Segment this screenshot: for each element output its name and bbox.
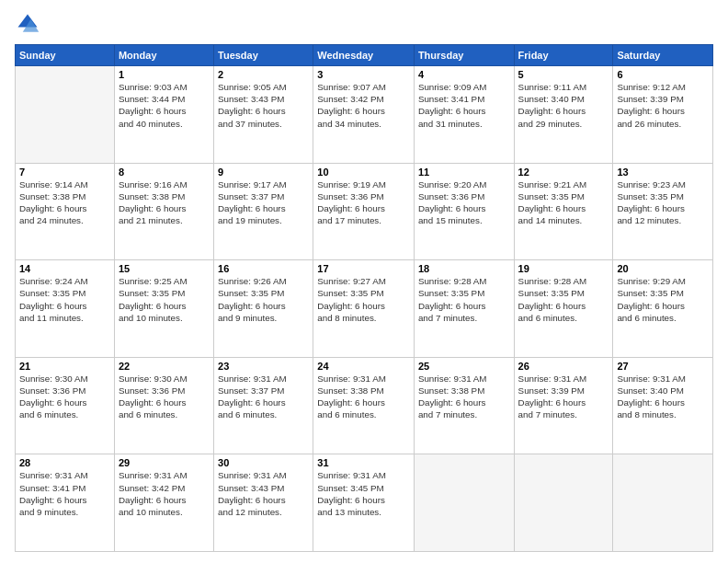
day-number: 17 <box>317 263 410 274</box>
calendar-day-cell: 25Sunrise: 9:31 AM Sunset: 3:38 PM Dayli… <box>414 357 514 454</box>
day-number: 26 <box>518 361 609 372</box>
calendar-day-cell: 27Sunrise: 9:31 AM Sunset: 3:40 PM Dayli… <box>613 357 713 454</box>
calendar-day-cell: 8Sunrise: 9:16 AM Sunset: 3:38 PM Daylig… <box>114 163 213 260</box>
calendar-day-cell: 1Sunrise: 9:03 AM Sunset: 3:44 PM Daylig… <box>114 66 213 164</box>
calendar-day-cell: 5Sunrise: 9:11 AM Sunset: 3:40 PM Daylig… <box>514 66 613 164</box>
calendar-header-row: SundayMondayTuesdayWednesdayThursdayFrid… <box>16 45 713 66</box>
day-number: 15 <box>119 263 210 274</box>
calendar-week-row: 21Sunrise: 9:30 AM Sunset: 3:36 PM Dayli… <box>16 357 713 454</box>
calendar-day-cell <box>613 454 713 552</box>
calendar-table: SundayMondayTuesdayWednesdayThursdayFrid… <box>15 44 713 552</box>
day-info: Sunrise: 9:30 AM Sunset: 3:36 PM Dayligh… <box>19 373 110 421</box>
day-number: 22 <box>119 361 210 372</box>
calendar-day-cell <box>414 454 514 552</box>
calendar-day-cell: 13Sunrise: 9:23 AM Sunset: 3:35 PM Dayli… <box>613 163 713 260</box>
calendar-week-row: 7Sunrise: 9:14 AM Sunset: 3:38 PM Daylig… <box>16 163 713 260</box>
day-info: Sunrise: 9:26 AM Sunset: 3:35 PM Dayligh… <box>218 275 309 324</box>
calendar-day-cell: 12Sunrise: 9:21 AM Sunset: 3:35 PM Dayli… <box>514 163 613 260</box>
day-info: Sunrise: 9:25 AM Sunset: 3:35 PM Dayligh… <box>119 275 210 324</box>
calendar-day-cell: 26Sunrise: 9:31 AM Sunset: 3:39 PM Dayli… <box>514 357 613 454</box>
logo <box>15 11 44 37</box>
calendar-week-row: 28Sunrise: 9:31 AM Sunset: 3:41 PM Dayli… <box>16 454 713 552</box>
day-info: Sunrise: 9:31 AM Sunset: 3:40 PM Dayligh… <box>617 373 709 421</box>
day-info: Sunrise: 9:11 AM Sunset: 3:40 PM Dayligh… <box>518 81 609 130</box>
weekday-header: Thursday <box>414 45 514 66</box>
day-number: 7 <box>19 167 110 178</box>
calendar-week-row: 14Sunrise: 9:24 AM Sunset: 3:35 PM Dayli… <box>16 260 713 358</box>
weekday-header: Monday <box>114 45 213 66</box>
day-info: Sunrise: 9:31 AM Sunset: 3:41 PM Dayligh… <box>19 469 110 518</box>
day-number: 25 <box>418 361 510 372</box>
day-info: Sunrise: 9:12 AM Sunset: 3:39 PM Dayligh… <box>617 81 709 130</box>
weekday-header: Friday <box>514 45 613 66</box>
calendar-day-cell: 23Sunrise: 9:31 AM Sunset: 3:37 PM Dayli… <box>214 357 313 454</box>
day-number: 9 <box>218 167 309 178</box>
day-info: Sunrise: 9:30 AM Sunset: 3:36 PM Dayligh… <box>119 373 210 421</box>
day-number: 24 <box>317 361 410 372</box>
day-info: Sunrise: 9:19 AM Sunset: 3:36 PM Dayligh… <box>317 178 410 227</box>
calendar-day-cell: 6Sunrise: 9:12 AM Sunset: 3:39 PM Daylig… <box>613 66 713 164</box>
calendar-day-cell: 29Sunrise: 9:31 AM Sunset: 3:42 PM Dayli… <box>114 454 213 552</box>
weekday-header: Saturday <box>613 45 713 66</box>
day-info: Sunrise: 9:31 AM Sunset: 3:38 PM Dayligh… <box>317 373 410 421</box>
day-info: Sunrise: 9:28 AM Sunset: 3:35 PM Dayligh… <box>518 275 609 324</box>
day-number: 10 <box>317 167 410 178</box>
day-number: 27 <box>617 361 709 372</box>
day-number: 19 <box>518 263 609 274</box>
day-number: 1 <box>119 69 210 80</box>
day-info: Sunrise: 9:05 AM Sunset: 3:43 PM Dayligh… <box>218 81 309 130</box>
day-number: 2 <box>218 69 309 80</box>
day-number: 5 <box>518 69 609 80</box>
weekday-header: Sunday <box>16 45 115 66</box>
day-number: 11 <box>418 167 510 178</box>
day-number: 21 <box>19 361 110 372</box>
calendar-day-cell: 24Sunrise: 9:31 AM Sunset: 3:38 PM Dayli… <box>313 357 415 454</box>
calendar-day-cell: 18Sunrise: 9:28 AM Sunset: 3:35 PM Dayli… <box>414 260 514 358</box>
header <box>15 11 713 37</box>
calendar-day-cell: 31Sunrise: 9:31 AM Sunset: 3:45 PM Dayli… <box>313 454 415 552</box>
calendar-day-cell <box>16 66 115 164</box>
weekday-header: Tuesday <box>214 45 313 66</box>
day-number: 30 <box>218 457 309 468</box>
day-number: 6 <box>617 69 709 80</box>
calendar-day-cell: 16Sunrise: 9:26 AM Sunset: 3:35 PM Dayli… <box>214 260 313 358</box>
day-info: Sunrise: 9:23 AM Sunset: 3:35 PM Dayligh… <box>617 178 709 227</box>
day-number: 14 <box>19 263 110 274</box>
day-number: 4 <box>418 69 510 80</box>
logo-icon <box>15 11 40 37</box>
calendar-day-cell: 7Sunrise: 9:14 AM Sunset: 3:38 PM Daylig… <box>16 163 115 260</box>
calendar-day-cell <box>514 454 613 552</box>
calendar-day-cell: 11Sunrise: 9:20 AM Sunset: 3:36 PM Dayli… <box>414 163 514 260</box>
calendar-day-cell: 14Sunrise: 9:24 AM Sunset: 3:35 PM Dayli… <box>16 260 115 358</box>
day-info: Sunrise: 9:24 AM Sunset: 3:35 PM Dayligh… <box>19 275 110 324</box>
day-number: 13 <box>617 167 709 178</box>
day-info: Sunrise: 9:31 AM Sunset: 3:38 PM Dayligh… <box>418 373 510 421</box>
day-info: Sunrise: 9:17 AM Sunset: 3:37 PM Dayligh… <box>218 178 309 227</box>
calendar-day-cell: 22Sunrise: 9:30 AM Sunset: 3:36 PM Dayli… <box>114 357 213 454</box>
calendar-day-cell: 4Sunrise: 9:09 AM Sunset: 3:41 PM Daylig… <box>414 66 514 164</box>
day-info: Sunrise: 9:03 AM Sunset: 3:44 PM Dayligh… <box>119 81 210 130</box>
day-number: 8 <box>119 167 210 178</box>
calendar-day-cell: 15Sunrise: 9:25 AM Sunset: 3:35 PM Dayli… <box>114 260 213 358</box>
day-info: Sunrise: 9:31 AM Sunset: 3:45 PM Dayligh… <box>317 469 410 518</box>
day-number: 3 <box>317 69 410 80</box>
calendar-day-cell: 2Sunrise: 9:05 AM Sunset: 3:43 PM Daylig… <box>214 66 313 164</box>
day-number: 31 <box>317 457 410 468</box>
weekday-header: Wednesday <box>313 45 415 66</box>
day-info: Sunrise: 9:14 AM Sunset: 3:38 PM Dayligh… <box>19 178 110 227</box>
day-info: Sunrise: 9:20 AM Sunset: 3:36 PM Dayligh… <box>418 178 510 227</box>
day-info: Sunrise: 9:29 AM Sunset: 3:35 PM Dayligh… <box>617 275 709 324</box>
calendar-day-cell: 30Sunrise: 9:31 AM Sunset: 3:43 PM Dayli… <box>214 454 313 552</box>
day-number: 23 <box>218 361 309 372</box>
day-info: Sunrise: 9:31 AM Sunset: 3:43 PM Dayligh… <box>218 469 309 518</box>
calendar-day-cell: 28Sunrise: 9:31 AM Sunset: 3:41 PM Dayli… <box>16 454 115 552</box>
calendar-day-cell: 10Sunrise: 9:19 AM Sunset: 3:36 PM Dayli… <box>313 163 415 260</box>
calendar-day-cell: 9Sunrise: 9:17 AM Sunset: 3:37 PM Daylig… <box>214 163 313 260</box>
calendar-day-cell: 19Sunrise: 9:28 AM Sunset: 3:35 PM Dayli… <box>514 260 613 358</box>
day-number: 29 <box>119 457 210 468</box>
day-info: Sunrise: 9:31 AM Sunset: 3:42 PM Dayligh… <box>119 469 210 518</box>
day-info: Sunrise: 9:28 AM Sunset: 3:35 PM Dayligh… <box>418 275 510 324</box>
calendar-day-cell: 20Sunrise: 9:29 AM Sunset: 3:35 PM Dayli… <box>613 260 713 358</box>
calendar-day-cell: 17Sunrise: 9:27 AM Sunset: 3:35 PM Dayli… <box>313 260 415 358</box>
day-info: Sunrise: 9:31 AM Sunset: 3:37 PM Dayligh… <box>218 373 309 421</box>
